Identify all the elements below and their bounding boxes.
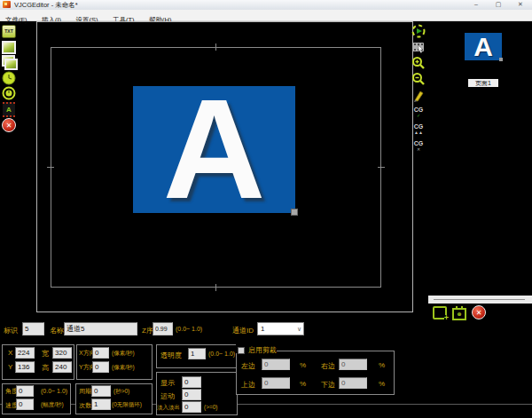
y-direction-hint: (像素/秒) [112, 364, 135, 372]
chevron-down-icon: ∨ [297, 326, 301, 333]
top-center-tick [215, 43, 216, 51]
add-page-icon[interactable]: + [433, 305, 447, 319]
channel-id-select[interactable]: 1 ∨ [257, 322, 304, 335]
delete-object-icon[interactable]: ✕ [2, 118, 16, 132]
crop-top-field[interactable] [262, 377, 290, 389]
zoom-in-icon[interactable] [411, 56, 426, 70]
text-tool-icon[interactable]: TXT [2, 24, 16, 38]
enable-crop-checkbox[interactable] [238, 347, 245, 354]
image-sequence-tool-icon[interactable] [2, 55, 16, 69]
cg-image-object[interactable]: A [133, 86, 295, 213]
image-tool-icon[interactable] [2, 40, 16, 54]
pages-scrollbar[interactable] [428, 296, 532, 304]
show-time-field[interactable] [182, 376, 201, 388]
period-hint: (秒>0) [113, 388, 129, 396]
move-time-field[interactable] [182, 389, 201, 400]
crop-left-field[interactable] [262, 359, 290, 370]
count-hint: (0无限循环) [112, 401, 142, 409]
crop-bottom-percent: % [379, 380, 385, 388]
vjcgeditor-window: VJCGEditor - 未命名* – ▢ ✕ 文件(F) 插入(I) 设置(S… [0, 0, 532, 418]
cg-upload-icon[interactable]: CG ▲▲ [411, 122, 426, 136]
crop-right-field[interactable] [339, 359, 367, 370]
name-field[interactable] [64, 322, 137, 335]
width-label: 宽 [42, 349, 49, 359]
close-button[interactable]: ✕ [512, 0, 529, 9]
crop-right-percent: % [379, 361, 385, 369]
opacity-label: 透明度 [160, 351, 182, 360]
y-label: Y [8, 363, 12, 371]
move-time-label: 运动 [160, 391, 175, 401]
rotate-speed-field[interactable] [16, 398, 34, 410]
crop-left-percent: % [300, 361, 306, 369]
maximize-button[interactable]: ▢ [489, 0, 507, 9]
cg-confirm-icon[interactable]: CG ✓ [411, 105, 426, 119]
brush-tool-icon[interactable] [411, 89, 426, 103]
right-center-tick [378, 167, 385, 168]
opacity-hint: (0.0~ 1.0) [208, 351, 235, 357]
clock-tool-icon[interactable] [2, 71, 16, 85]
name-label: 名称 [50, 326, 64, 335]
thumbnail-handle [499, 58, 503, 61]
count-label: 次数 [79, 401, 91, 410]
crop-right-label: 右边 [321, 361, 335, 371]
channel-id-label: 通道ID [232, 326, 254, 335]
analog-clock-tool-icon[interactable] [2, 86, 16, 100]
x-field[interactable] [15, 347, 35, 359]
x-label: X [8, 349, 12, 357]
angle-hint: (0.0~ 1.0) [41, 388, 67, 394]
delete-page-icon[interactable]: ✕ [472, 305, 486, 319]
left-center-tick [47, 167, 54, 168]
x-direction-field[interactable] [92, 347, 109, 359]
fade-label: 淡入淡出 [157, 404, 180, 412]
crop-group [236, 351, 395, 395]
opacity-field[interactable] [188, 348, 206, 359]
id-field[interactable] [22, 322, 44, 335]
crop-top-percent: % [300, 380, 306, 388]
crop-left-label: 左边 [241, 361, 255, 371]
cg-remove-icon[interactable]: CG ✕ [411, 138, 426, 153]
count-field[interactable] [91, 398, 111, 410]
crop-top-label: 上边 [241, 380, 255, 390]
period-label: 周期 [79, 387, 91, 396]
zoom-out-icon[interactable] [411, 72, 426, 86]
id-label: 标识 [4, 326, 18, 335]
menu-bar: 文件(F) 插入(I) 设置(S) 工具(T) 帮助(H) [0, 10, 532, 21]
z-order-field[interactable] [153, 322, 173, 335]
crop-bottom-label: 下边 [321, 380, 335, 390]
fade-field[interactable] [182, 401, 201, 413]
z-order-hint: (0.0~ 1.0) [176, 326, 202, 332]
enable-crop-label: 启用剪裁 [248, 345, 277, 355]
fit-view-icon[interactable] [411, 24, 426, 38]
page-name-label: 页面1 [468, 79, 498, 87]
height-field[interactable] [52, 361, 72, 373]
show-time-label: 显示 [160, 378, 175, 388]
period-field[interactable] [91, 385, 111, 397]
z-order-label: Z序 [142, 326, 153, 335]
marquee-text-tool-icon[interactable]: A [2, 102, 16, 116]
x-direction-hint: (像素/秒) [112, 350, 135, 358]
rotate-speed-hint: (幅度/秒) [41, 401, 64, 409]
width-field[interactable] [52, 347, 72, 359]
y-direction-field[interactable] [92, 361, 109, 373]
window-title: VJCGEditor - 未命名* [14, 1, 78, 10]
minimize-button[interactable]: – [467, 0, 485, 9]
crop-bottom-field[interactable] [339, 377, 367, 389]
film-select-icon[interactable] [411, 40, 426, 54]
app-icon [3, 1, 11, 8]
angle-field[interactable] [16, 385, 34, 397]
send-page-icon[interactable]: ⊕ [452, 305, 466, 319]
resize-handle[interactable] [291, 209, 298, 216]
bottom-center-tick [215, 284, 216, 291]
fade-hint: (>=0) [204, 404, 218, 410]
y-field[interactable] [15, 361, 35, 373]
height-label: 高 [42, 363, 49, 373]
image-letter: A [163, 94, 266, 205]
page-thumbnail[interactable]: A [465, 33, 502, 60]
